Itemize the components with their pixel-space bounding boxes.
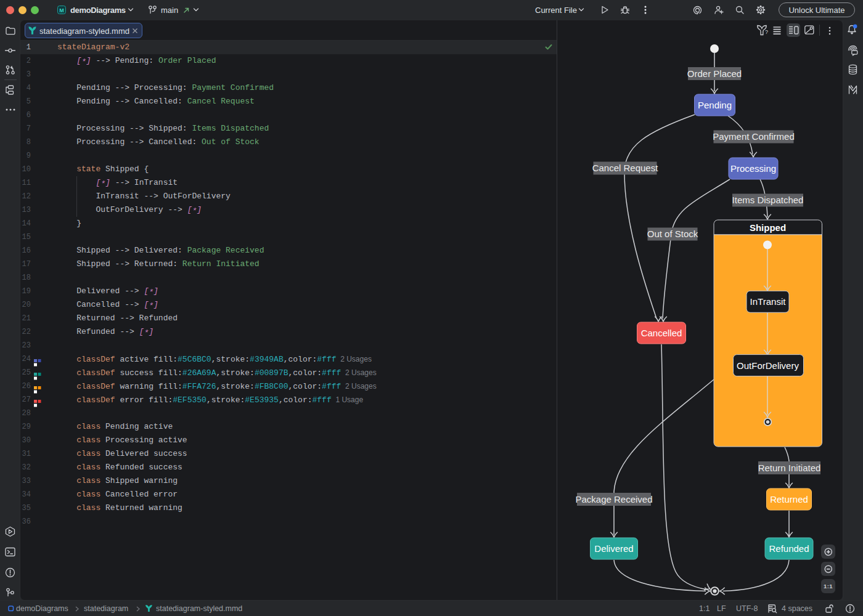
svg-text:Return Initiated: Return Initiated <box>758 463 821 473</box>
svg-text:InTransit: InTransit <box>750 296 787 307</box>
svg-text:Pending: Pending <box>698 100 732 110</box>
svg-text:Returned: Returned <box>770 494 808 505</box>
svg-text:OutForDelivery: OutForDelivery <box>737 360 799 371</box>
svg-text:Shipped: Shipped <box>750 222 786 233</box>
svg-text:Processing: Processing <box>730 163 776 174</box>
svg-text:Order Placed: Order Placed <box>687 68 742 79</box>
svg-text:Cancelled: Cancelled <box>641 328 682 338</box>
svg-text:Out of Stock: Out of Stock <box>647 229 698 239</box>
svg-text:Payment Confirmed: Payment Confirmed <box>713 131 795 142</box>
svg-text:Cancel Request: Cancel Request <box>592 163 659 173</box>
svg-text:Items Dispatched: Items Dispatched <box>732 195 804 205</box>
svg-text:Package Received: Package Received <box>575 494 652 505</box>
svg-text:M: M <box>59 7 64 14</box>
svg-text:Refunded: Refunded <box>769 543 809 554</box>
svg-text:Delivered: Delivered <box>594 543 633 554</box>
